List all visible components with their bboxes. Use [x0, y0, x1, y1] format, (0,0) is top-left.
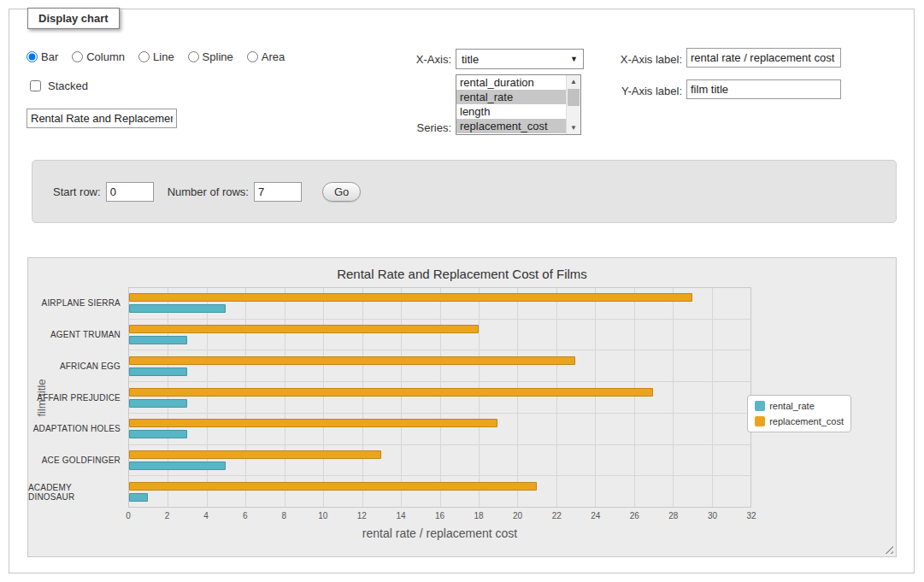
legend-item-replacement_cost[interactable]: replacement_cost: [755, 416, 844, 426]
chart-type-radio-area[interactable]: [247, 51, 258, 62]
chart-type-option-spline[interactable]: Spline: [188, 50, 233, 63]
bar-group: [129, 476, 750, 507]
category-label: AFRICAN EGG: [28, 350, 126, 382]
x-axis-tick-label: 10: [318, 511, 327, 520]
legend-label: rental_rate: [769, 401, 815, 411]
chart-type-radio-spline[interactable]: [188, 51, 199, 62]
bar-rental_rate: [129, 493, 148, 502]
x-axis-tick-label: 16: [435, 511, 444, 520]
x-axis-tick-label: 2: [165, 511, 170, 520]
chart-category-labels: AIRPLANE SIERRAAGENT TRUMANAFRICAN EGGAF…: [28, 287, 126, 508]
series-option-replacement_cost[interactable]: replacement_cost: [456, 119, 566, 133]
bar-rental_rate: [129, 399, 187, 408]
chart-type-radio-label: Bar: [41, 50, 58, 63]
series-listbox[interactable]: rental_durationrental_ratelengthreplacem…: [456, 74, 581, 135]
bar-rental_rate: [129, 336, 187, 344]
chart-title-input[interactable]: [26, 109, 177, 128]
chart-row-ace-goldfinger: [129, 445, 750, 477]
x-axis-label-input[interactable]: [686, 48, 841, 68]
chart-type-option-area[interactable]: Area: [247, 50, 285, 63]
y-axis-label-field-label: Y-Axis label:: [565, 85, 682, 97]
stacked-checkbox[interactable]: [30, 80, 41, 91]
start-row-input[interactable]: [106, 182, 154, 202]
bar-rental_rate: [129, 461, 226, 470]
bar-group: [129, 414, 750, 444]
category-label: AFFAIR PREJUDICE: [28, 382, 126, 414]
chart-type-radio-column[interactable]: [72, 51, 83, 62]
number-of-rows-label: Number of rows:: [168, 185, 249, 198]
bar-rental_rate: [129, 367, 187, 376]
rows-form-panel: Start row: Number of rows: Go: [32, 160, 897, 223]
chart-legend: rental_ratereplacement_cost: [747, 395, 851, 432]
scroll-down-icon[interactable]: ▼: [567, 121, 580, 134]
category-label: ADAPTATION HOLES: [28, 413, 126, 444]
legend-item-rental_rate[interactable]: rental_rate: [755, 401, 844, 411]
series-options: rental_durationrental_ratelengthreplacem…: [456, 75, 566, 133]
chart-row-affair-prejudice: [129, 382, 750, 414]
x-axis-selected-value: title: [462, 53, 479, 66]
x-axis-tick-label: 14: [396, 511, 405, 520]
bar-replacement_cost: [129, 482, 537, 491]
category-label: ACADEMY DINOSAUR: [28, 476, 126, 508]
chart-type-option-bar[interactable]: Bar: [26, 50, 58, 63]
stacked-option[interactable]: Stacked: [26, 78, 88, 94]
chart-type-radio-bar[interactable]: [26, 51, 38, 62]
series-listbox-label: Series:: [344, 121, 451, 134]
panel-legend: Display chart: [27, 8, 120, 29]
series-option-rental_rate[interactable]: rental_rate: [456, 90, 566, 104]
chart-plot-area: [128, 287, 751, 508]
x-axis-label-field-label: X-Axis label:: [565, 53, 682, 66]
display-chart-panel: Display chart BarColumnLineSplineArea St…: [9, 9, 915, 573]
series-option-length[interactable]: length: [456, 104, 566, 119]
stacked-label: Stacked: [48, 79, 88, 92]
chart-x-axis-ticks: 02468101214161820222426283032: [128, 511, 751, 523]
x-axis-select-label: X-Axis:: [344, 53, 451, 66]
chart-type-option-line[interactable]: Line: [138, 50, 174, 63]
start-row-label: Start row:: [53, 185, 101, 198]
resize-handle-icon[interactable]: [882, 543, 893, 554]
bar-replacement_cost: [129, 356, 575, 365]
chart-row-airplane-sierra: [129, 288, 750, 320]
legend-swatch-icon: [755, 416, 765, 426]
chart-type-radio-label: Spline: [203, 50, 233, 63]
chart-x-axis-title: rental rate / replacement cost: [128, 526, 751, 540]
bar-group: [129, 382, 750, 413]
x-axis-tick-label: 4: [203, 511, 209, 520]
bar-group: [129, 288, 750, 319]
chart-row-adaptation-holes: [129, 414, 750, 445]
x-axis-tick-label: 24: [591, 511, 600, 520]
chart-container: Rental Rate and Replacement Cost of Film…: [27, 257, 897, 557]
y-axis-label-input[interactable]: [686, 79, 841, 99]
x-axis-tick-label: 32: [746, 511, 756, 520]
bar-replacement_cost: [129, 325, 479, 333]
category-label: AIRPLANE SIERRA: [28, 287, 126, 319]
x-axis-tick-label: 18: [474, 511, 484, 520]
chart-bar-rows: [129, 288, 750, 507]
chart-title: Rental Rate and Replacement Cost of Film…: [28, 267, 896, 281]
bar-group: [129, 320, 750, 350]
bar-rental_rate: [129, 430, 187, 438]
chart-type-radio-line[interactable]: [138, 51, 150, 62]
chart-type-radio-group: BarColumnLineSplineArea: [26, 50, 285, 63]
x-axis-tick-label: 26: [630, 511, 639, 520]
x-axis-tick-label: 6: [243, 511, 248, 520]
chart-type-radio-label: Area: [262, 50, 285, 63]
category-label: AGENT TRUMAN: [28, 319, 126, 350]
chart-type-option-column[interactable]: Column: [72, 50, 125, 63]
legend-label: replacement_cost: [769, 416, 844, 426]
bar-group: [129, 445, 750, 476]
chart-type-radio-label: Column: [86, 50, 125, 63]
x-axis-tick-label: 12: [357, 511, 367, 520]
x-axis-tick-label: 28: [668, 511, 678, 520]
chart-row-academy-dinosaur: [129, 476, 750, 507]
legend-swatch-icon: [755, 401, 765, 411]
x-axis-tick-label: 0: [126, 511, 131, 520]
page: Display chart BarColumnLineSplineArea St…: [0, 0, 924, 582]
x-axis-tick-label: 8: [281, 511, 286, 520]
chart-row-agent-truman: [129, 320, 750, 351]
number-of-rows-input[interactable]: [254, 182, 302, 202]
go-button[interactable]: Go: [322, 182, 361, 202]
series-option-rental_duration[interactable]: rental_duration: [456, 75, 566, 90]
bar-group: [129, 350, 750, 381]
category-label: ACE GOLDFINGER: [28, 444, 126, 476]
